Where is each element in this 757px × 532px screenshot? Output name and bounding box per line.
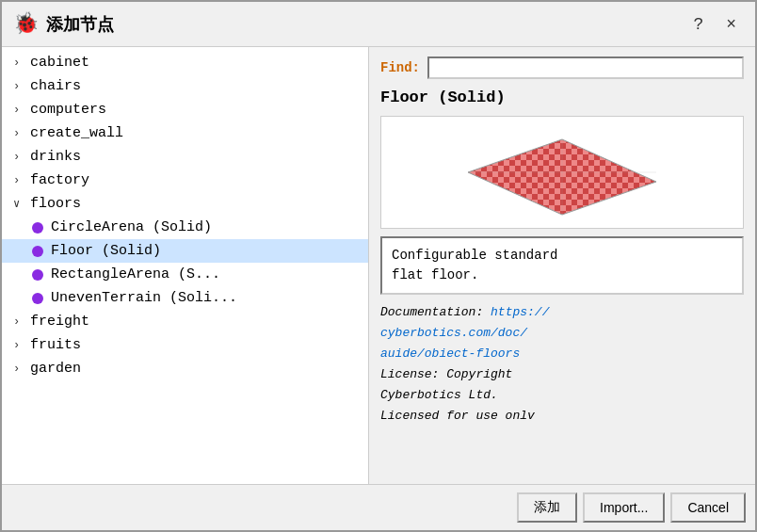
- arrow-icon-fruits: ›: [13, 339, 26, 352]
- detail-panel: Find: Floor (Solid): [369, 47, 755, 484]
- close-button[interactable]: ×: [718, 13, 744, 36]
- arrow-icon-factory: ›: [13, 174, 26, 187]
- tree-panel: › cabinet › chairs › computers › create_…: [2, 47, 369, 484]
- tree-item-drinks[interactable]: › drinks: [2, 145, 368, 169]
- tree-label-cabinet: cabinet: [30, 55, 89, 71]
- tree-item-create-wall[interactable]: › create_wall: [2, 121, 368, 145]
- tree-item-cabinet[interactable]: › cabinet: [2, 51, 368, 74]
- license-owner: Cyberbotics Ltd.: [380, 388, 498, 402]
- tree-label-rectangle-arena: RectangleArena (S...: [51, 266, 220, 282]
- dot-icon-circle-arena: [32, 222, 43, 234]
- add-button[interactable]: 添加: [517, 492, 577, 523]
- tree-item-garden[interactable]: › garden: [2, 357, 368, 380]
- doc-label: Documentation:: [380, 305, 483, 319]
- tree-scroll-container[interactable]: › cabinet › chairs › computers › create_…: [2, 47, 368, 484]
- tree-item-floors[interactable]: ∨ floors: [2, 192, 368, 216]
- tree-label-uneven-terrain: UnevenTerrain (Soli...: [51, 290, 237, 306]
- dot-icon-uneven-terrain: [32, 293, 43, 304]
- tree-label-factory: factory: [30, 172, 89, 188]
- tree-label-fruits: fruits: [30, 337, 81, 353]
- tree-item-fruits[interactable]: › fruits: [2, 333, 368, 357]
- tree-item-computers[interactable]: › computers: [2, 98, 368, 121]
- doc-section: Documentation: https://cyberbotics.com/d…: [380, 302, 744, 475]
- find-input[interactable]: [427, 56, 744, 79]
- arrow-icon-cabinet: ›: [13, 56, 26, 70]
- tree-label-drinks: drinks: [30, 149, 81, 165]
- tree-item-freight[interactable]: › freight: [2, 310, 368, 333]
- tree-label-create-wall: create_wall: [30, 125, 123, 141]
- dialog-title: 添加节点: [46, 13, 678, 36]
- arrow-icon-freight: ›: [13, 315, 26, 329]
- tree-item-rectangle-arena[interactable]: RectangleArena (S...: [2, 263, 368, 286]
- cancel-button[interactable]: Cancel: [670, 492, 746, 523]
- tree-label-computers: computers: [30, 102, 106, 118]
- preview-area: [380, 116, 744, 229]
- tree-label-garden: garden: [30, 361, 81, 377]
- find-row: Find:: [380, 56, 744, 79]
- description-box: Configurable standardflat floor.: [380, 236, 744, 295]
- help-button[interactable]: ?: [685, 13, 711, 36]
- find-label: Find:: [380, 60, 420, 75]
- arrow-icon-garden: ›: [13, 363, 26, 376]
- node-title: Floor (Solid): [380, 87, 744, 108]
- arrow-icon-floors: ∨: [13, 197, 26, 211]
- tree-label-floors: floors: [30, 196, 81, 212]
- tree-item-uneven-terrain[interactable]: UnevenTerrain (Soli...: [2, 286, 368, 310]
- tree-label-chairs: chairs: [30, 78, 81, 94]
- dot-icon-rectangle-arena: [32, 269, 43, 281]
- tree-item-chairs[interactable]: › chairs: [2, 74, 368, 98]
- arrow-icon-create-wall: ›: [13, 127, 26, 140]
- tree-label-freight: freight: [30, 314, 89, 330]
- tree-item-circle-arena[interactable]: CircleArena (Solid): [2, 216, 368, 239]
- bottom-bar: 添加 Import... Cancel: [2, 484, 755, 530]
- app-icon: 🐞: [13, 11, 39, 37]
- description-text: Configurable standardflat floor.: [392, 248, 557, 282]
- tree-item-factory[interactable]: › factory: [2, 169, 368, 192]
- arrow-icon-drinks: ›: [13, 151, 26, 164]
- dialog-container: 🐞 添加节点 ? × › cabinet › chairs: [0, 0, 757, 532]
- tree-item-floor[interactable]: Floor (Solid): [2, 239, 368, 263]
- license-label: License: Copyright: [380, 367, 512, 381]
- main-content: › cabinet › chairs › computers › create_…: [2, 47, 755, 484]
- license-note: Licensed for use onlv: [380, 409, 535, 423]
- floor-preview-svg: [459, 121, 666, 224]
- tree-label-floor: Floor (Solid): [51, 243, 161, 259]
- title-buttons: ? ×: [685, 13, 744, 36]
- title-bar: 🐞 添加节点 ? ×: [2, 2, 755, 47]
- arrow-icon-computers: ›: [13, 104, 26, 117]
- dot-icon-floor: [32, 246, 43, 257]
- arrow-icon-chairs: ›: [13, 80, 26, 93]
- import-button[interactable]: Import...: [583, 492, 665, 523]
- tree-label-circle-arena: CircleArena (Solid): [51, 219, 212, 235]
